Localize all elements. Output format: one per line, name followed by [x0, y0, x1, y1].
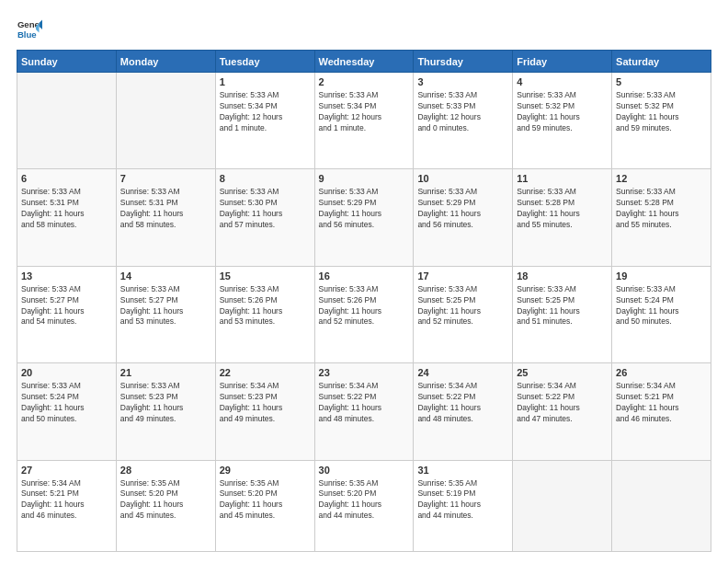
day-info: Sunrise: 5:33 AM Sunset: 5:23 PM Dayligh… [120, 381, 211, 425]
calendar-cell: 8Sunrise: 5:33 AM Sunset: 5:30 PM Daylig… [215, 169, 314, 266]
day-info: Sunrise: 5:33 AM Sunset: 5:26 PM Dayligh… [220, 284, 311, 328]
calendar-cell: 18Sunrise: 5:33 AM Sunset: 5:25 PM Dayli… [513, 266, 612, 362]
day-info: Sunrise: 5:33 AM Sunset: 5:32 PM Dayligh… [616, 90, 707, 134]
calendar-cell: 26Sunrise: 5:34 AM Sunset: 5:21 PM Dayli… [612, 363, 711, 460]
day-info: Sunrise: 5:33 AM Sunset: 5:31 PM Dayligh… [21, 187, 112, 231]
day-info: Sunrise: 5:35 AM Sunset: 5:20 PM Dayligh… [319, 478, 410, 523]
day-info: Sunrise: 5:33 AM Sunset: 5:27 PM Dayligh… [120, 284, 211, 328]
day-info: Sunrise: 5:33 AM Sunset: 5:31 PM Dayligh… [120, 187, 211, 231]
calendar-cell [612, 460, 711, 551]
calendar-cell: 11Sunrise: 5:33 AM Sunset: 5:28 PM Dayli… [513, 169, 612, 266]
calendar-cell: 28Sunrise: 5:35 AM Sunset: 5:20 PM Dayli… [116, 460, 215, 551]
day-info: Sunrise: 5:33 AM Sunset: 5:34 PM Dayligh… [220, 90, 311, 134]
day-number: 22 [220, 366, 311, 380]
day-info: Sunrise: 5:35 AM Sunset: 5:20 PM Dayligh… [220, 478, 311, 523]
day-number: 30 [319, 464, 410, 477]
day-number: 16 [319, 270, 410, 283]
day-info: Sunrise: 5:33 AM Sunset: 5:25 PM Dayligh… [417, 284, 508, 328]
day-number: 29 [220, 464, 311, 477]
day-number: 2 [319, 75, 410, 89]
weekday-header-monday: Monday [116, 51, 215, 73]
header: General Blue [17, 17, 711, 42]
day-number: 15 [220, 270, 311, 283]
day-info: Sunrise: 5:33 AM Sunset: 5:27 PM Dayligh… [21, 284, 112, 328]
day-info: Sunrise: 5:33 AM Sunset: 5:30 PM Dayligh… [220, 187, 311, 231]
calendar-table: SundayMondayTuesdayWednesdayThursdayFrid… [17, 50, 711, 552]
day-number: 5 [616, 75, 707, 89]
calendar-cell: 23Sunrise: 5:34 AM Sunset: 5:22 PM Dayli… [314, 363, 414, 460]
calendar-week-5: 27Sunrise: 5:34 AM Sunset: 5:21 PM Dayli… [17, 460, 711, 551]
calendar-cell: 5Sunrise: 5:33 AM Sunset: 5:32 PM Daylig… [612, 73, 711, 169]
calendar-cell: 15Sunrise: 5:33 AM Sunset: 5:26 PM Dayli… [215, 266, 314, 362]
calendar-cell [116, 73, 215, 169]
calendar-week-4: 20Sunrise: 5:33 AM Sunset: 5:24 PM Dayli… [17, 363, 711, 460]
day-info: Sunrise: 5:33 AM Sunset: 5:34 PM Dayligh… [319, 90, 410, 134]
day-number: 9 [319, 172, 410, 186]
day-number: 8 [220, 172, 311, 186]
day-number: 7 [120, 172, 211, 186]
day-info: Sunrise: 5:33 AM Sunset: 5:32 PM Dayligh… [517, 90, 608, 134]
day-info: Sunrise: 5:33 AM Sunset: 5:29 PM Dayligh… [417, 187, 508, 231]
weekday-header-saturday: Saturday [612, 51, 711, 73]
calendar-cell: 10Sunrise: 5:33 AM Sunset: 5:29 PM Dayli… [414, 169, 513, 266]
calendar-cell: 4Sunrise: 5:33 AM Sunset: 5:32 PM Daylig… [513, 73, 612, 169]
day-number: 6 [21, 172, 112, 186]
calendar-week-3: 13Sunrise: 5:33 AM Sunset: 5:27 PM Dayli… [17, 266, 711, 362]
calendar-header: SundayMondayTuesdayWednesdayThursdayFrid… [17, 51, 711, 73]
calendar-cell: 20Sunrise: 5:33 AM Sunset: 5:24 PM Dayli… [17, 363, 117, 460]
day-info: Sunrise: 5:33 AM Sunset: 5:33 PM Dayligh… [417, 90, 508, 134]
day-info: Sunrise: 5:34 AM Sunset: 5:21 PM Dayligh… [616, 381, 707, 425]
calendar-cell: 2Sunrise: 5:33 AM Sunset: 5:34 PM Daylig… [314, 73, 414, 169]
weekday-row: SundayMondayTuesdayWednesdayThursdayFrid… [17, 51, 711, 73]
day-number: 18 [517, 270, 608, 283]
calendar-cell [513, 460, 612, 551]
calendar-cell: 6Sunrise: 5:33 AM Sunset: 5:31 PM Daylig… [17, 169, 117, 266]
calendar-cell: 9Sunrise: 5:33 AM Sunset: 5:29 PM Daylig… [314, 169, 414, 266]
day-info: Sunrise: 5:33 AM Sunset: 5:26 PM Dayligh… [319, 284, 410, 328]
day-info: Sunrise: 5:33 AM Sunset: 5:29 PM Dayligh… [319, 187, 410, 231]
weekday-header-sunday: Sunday [17, 51, 117, 73]
calendar-cell: 13Sunrise: 5:33 AM Sunset: 5:27 PM Dayli… [17, 266, 117, 362]
day-info: Sunrise: 5:33 AM Sunset: 5:24 PM Dayligh… [616, 284, 707, 328]
calendar-cell: 19Sunrise: 5:33 AM Sunset: 5:24 PM Dayli… [612, 266, 711, 362]
day-info: Sunrise: 5:34 AM Sunset: 5:21 PM Dayligh… [21, 478, 112, 523]
page: General Blue SundayMondayTuesdayWednesda… [0, 0, 728, 563]
calendar-cell: 3Sunrise: 5:33 AM Sunset: 5:33 PM Daylig… [414, 73, 513, 169]
day-info: Sunrise: 5:34 AM Sunset: 5:23 PM Dayligh… [220, 381, 311, 425]
day-number: 19 [616, 270, 707, 283]
calendar-cell: 12Sunrise: 5:33 AM Sunset: 5:28 PM Dayli… [612, 169, 711, 266]
day-info: Sunrise: 5:33 AM Sunset: 5:28 PM Dayligh… [616, 187, 707, 231]
weekday-header-wednesday: Wednesday [314, 51, 414, 73]
day-number: 20 [21, 366, 112, 380]
logo: General Blue [17, 17, 42, 42]
weekday-header-friday: Friday [513, 51, 612, 73]
day-number: 31 [417, 464, 508, 477]
day-number: 17 [417, 270, 508, 283]
day-info: Sunrise: 5:34 AM Sunset: 5:22 PM Dayligh… [517, 381, 608, 425]
day-number: 24 [417, 366, 508, 380]
day-info: Sunrise: 5:33 AM Sunset: 5:24 PM Dayligh… [21, 381, 112, 425]
weekday-header-thursday: Thursday [414, 51, 513, 73]
calendar-cell: 31Sunrise: 5:35 AM Sunset: 5:19 PM Dayli… [414, 460, 513, 551]
svg-text:Blue: Blue [17, 29, 37, 40]
day-number: 3 [417, 75, 508, 89]
calendar-cell: 25Sunrise: 5:34 AM Sunset: 5:22 PM Dayli… [513, 363, 612, 460]
day-number: 25 [517, 366, 608, 380]
day-number: 11 [517, 172, 608, 186]
day-number: 1 [220, 75, 311, 89]
calendar-cell: 30Sunrise: 5:35 AM Sunset: 5:20 PM Dayli… [314, 460, 414, 551]
day-number: 13 [21, 270, 112, 283]
day-info: Sunrise: 5:33 AM Sunset: 5:28 PM Dayligh… [517, 187, 608, 231]
day-number: 4 [517, 75, 608, 89]
day-number: 28 [120, 464, 211, 477]
calendar-cell: 22Sunrise: 5:34 AM Sunset: 5:23 PM Dayli… [215, 363, 314, 460]
day-number: 26 [616, 366, 707, 380]
calendar-week-1: 1Sunrise: 5:33 AM Sunset: 5:34 PM Daylig… [17, 73, 711, 169]
calendar-cell: 27Sunrise: 5:34 AM Sunset: 5:21 PM Dayli… [17, 460, 117, 551]
day-number: 10 [417, 172, 508, 186]
calendar-cell: 14Sunrise: 5:33 AM Sunset: 5:27 PM Dayli… [116, 266, 215, 362]
calendar-week-2: 6Sunrise: 5:33 AM Sunset: 5:31 PM Daylig… [17, 169, 711, 266]
day-info: Sunrise: 5:34 AM Sunset: 5:22 PM Dayligh… [417, 381, 508, 425]
calendar-cell: 7Sunrise: 5:33 AM Sunset: 5:31 PM Daylig… [116, 169, 215, 266]
calendar-body: 1Sunrise: 5:33 AM Sunset: 5:34 PM Daylig… [17, 73, 711, 552]
